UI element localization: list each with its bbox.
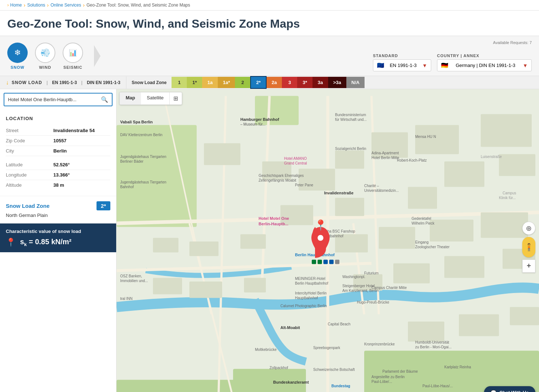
svg-text:Schweizerische Botschaft: Schweizerische Botschaft (313, 368, 355, 372)
dropdowns-row: STANDARD 🇪🇺 EN 1991-1-3 ▼ COUNTRY | ANNE… (373, 54, 532, 71)
svg-rect-47 (329, 260, 334, 264)
svg-rect-29 (240, 234, 266, 249)
search-input[interactable] (4, 94, 97, 106)
svg-text:Wilhelm Pieck: Wilhelm Pieck (412, 221, 435, 225)
snow-zone-badge: 2* (97, 201, 110, 210)
svg-text:Zoologischer Theater: Zoologischer Theater (415, 245, 450, 249)
zone-btn-3s[interactable]: 3* (297, 77, 312, 88)
country-value: Germany | DIN EN 1991-1-3 (456, 63, 515, 68)
seismic-tab[interactable]: 📊 SEISMIC (63, 43, 83, 70)
zone-btn-na[interactable]: N/A (346, 77, 365, 88)
locate-button[interactable]: ◎ (522, 222, 535, 235)
breadcrumb-home[interactable]: Home (10, 3, 22, 8)
alt-label: Altitude (6, 182, 53, 188)
svg-rect-1 (117, 125, 197, 227)
char-formula: sk = 0.85 kN/m² (20, 238, 71, 247)
char-value: 📍 sk = 0.85 kN/m² (6, 238, 110, 247)
svg-text:Luisenstraße: Luisenstraße (481, 155, 502, 159)
svg-rect-41 (408, 322, 444, 342)
svg-text:Alt-Moabit: Alt-Moabit (280, 325, 300, 330)
chat-icon: 💬 (491, 390, 496, 392)
snow-load-bar: ↓ SNOW LOAD | EN 1991-1-3 | DIN EN 1991-… (0, 76, 539, 89)
zoom-in-button[interactable]: + (522, 260, 535, 273)
svg-text:Bahnhof: Bahnhof (120, 185, 134, 189)
svg-text:Hotel Berlin Mitte: Hotel Berlin Mitte (371, 156, 400, 160)
country-select[interactable]: 🇩🇪 Germany | DIN EN 1991-1-3 ▼ (437, 59, 532, 71)
svg-rect-43 (510, 307, 539, 325)
svg-text:Hotel AMANO: Hotel AMANO (284, 157, 307, 161)
alt-row: Altitude 38 m (6, 180, 110, 190)
svg-text:Charité –: Charité – (364, 184, 379, 188)
street-row: Street Invalidenstraße 54 (6, 126, 110, 136)
country-label: COUNTRY | ANNEX (437, 54, 532, 58)
snow-zone-desc: North German Plain (6, 213, 110, 218)
lat-row: Latitude 52.526° (6, 160, 110, 170)
standard-select[interactable]: 🇪🇺 EN 1991-1-3 ▼ (373, 59, 431, 71)
svg-text:Humboldt-Universität: Humboldt-Universität (415, 340, 449, 344)
snow-load-text: SNOW LOAD (12, 80, 42, 85)
wind-tab[interactable]: 💨 WIND (35, 43, 55, 70)
svg-text:Paul-Löbe-Haus/...: Paul-Löbe-Haus/... (422, 384, 453, 388)
map-tab-map[interactable]: Map (120, 92, 141, 104)
country-flag: 🇩🇪 (441, 62, 448, 69)
svg-rect-35 (444, 256, 484, 278)
breadcrumb-solutions[interactable]: Solutions (27, 3, 45, 8)
standard-dropdown-group: STANDARD 🇪🇺 EN 1991-1-3 ▼ (373, 54, 431, 71)
svg-rect-28 (189, 242, 219, 256)
map-layers-button[interactable]: ⊞ (169, 92, 182, 104)
city-label: City (6, 148, 53, 154)
map-container[interactable]: Doberitzer Str. Vabali Spa Berlin DAV Kl… (117, 89, 539, 392)
snow-tab[interactable]: ❄ SNOW (7, 43, 28, 70)
lat-value: 52.526° (53, 162, 110, 167)
controls-bar: ❄ SNOW 💨 WIND 📊 SEISMIC Available Reques… (0, 36, 539, 76)
svg-rect-32 (430, 220, 473, 242)
svg-text:Hauptbahnhof: Hauptbahnhof (295, 296, 318, 300)
lon-row: Longitude 13.366° (6, 170, 110, 180)
chat-label: Chat With Us (499, 390, 529, 392)
zone-btn-1s[interactable]: 1* (187, 77, 202, 88)
svg-rect-20 (415, 125, 459, 154)
zone-btn-2a[interactable]: 2a (267, 77, 282, 88)
streetview-button[interactable]: 🧍 (522, 237, 535, 257)
zone-btn-1[interactable]: 1 (172, 77, 187, 88)
svg-rect-15 (204, 143, 240, 165)
svg-text:Berlin Hauptbahnhof: Berlin Hauptbahnhof (295, 253, 335, 257)
svg-text:– Museum für...: – Museum für... (240, 122, 265, 126)
zone-icons: ❄ SNOW 💨 WIND 📊 SEISMIC (7, 43, 101, 70)
country-dropdown-group: COUNTRY | ANNEX 🇩🇪 Germany | DIN EN 1991… (437, 54, 532, 71)
svg-point-117 (318, 235, 323, 241)
standard-value: EN 1991-1-3 (390, 63, 417, 68)
search-icon[interactable]: 🔍 (97, 96, 112, 103)
zip-value: 10557 (53, 138, 110, 143)
svg-text:Campus: Campus (503, 191, 516, 195)
chat-button[interactable]: 💬 Chat With Us (484, 386, 535, 392)
zone-btn-3a[interactable]: 3a (312, 77, 328, 88)
pipe-sep-2: | (81, 80, 82, 85)
zone-btn-1a[interactable]: 1a (202, 77, 217, 88)
standard-dropdown-arrow: ▼ (422, 63, 427, 68)
svg-rect-38 (153, 278, 182, 294)
zone-btn-3[interactable]: 3 (282, 77, 297, 88)
main-content: 🔍 LOCATION Street Invalidenstraße 54 Zip… (0, 89, 539, 392)
svg-text:Grand Central: Grand Central (284, 161, 307, 165)
svg-rect-31 (379, 227, 415, 249)
zone-btn-3a-plus[interactable]: >3a (328, 77, 346, 88)
map-tab-satellite[interactable]: Satellite (141, 92, 169, 104)
map-svg: Doberitzer Str. Vabali Spa Berlin DAV Kl… (117, 89, 539, 392)
zone-btn-2s[interactable]: 2* (250, 76, 266, 89)
svg-text:zu Berlin - Mori-Ogai...: zu Berlin - Mori-Ogai... (415, 345, 452, 349)
breadcrumb-online-services[interactable]: Online Services (51, 3, 81, 8)
svg-rect-42 (459, 314, 499, 336)
search-box: 🔍 (4, 93, 113, 106)
zone-btn-2[interactable]: 2 (235, 77, 250, 88)
svg-text:Spreebogenpark: Spreebogenpark (313, 346, 341, 350)
svg-text:Berliner Bäder: Berliner Bäder (120, 159, 144, 163)
svg-text:Eingang: Eingang (415, 240, 429, 244)
street-value: Invalidenstraße 54 (53, 128, 110, 133)
characteristic-section: Characteristic value of snow load 📍 sk =… (0, 223, 116, 252)
breadcrumb-current: Geo-Zone Tool: Snow, Wind, and Seismic Z… (86, 3, 190, 8)
svg-rect-44 (312, 260, 316, 264)
svg-rect-33 (481, 213, 528, 238)
zone-btn-1as[interactable]: 1a* (218, 77, 235, 88)
map-area: Map Satellite ⊞ (117, 89, 539, 392)
